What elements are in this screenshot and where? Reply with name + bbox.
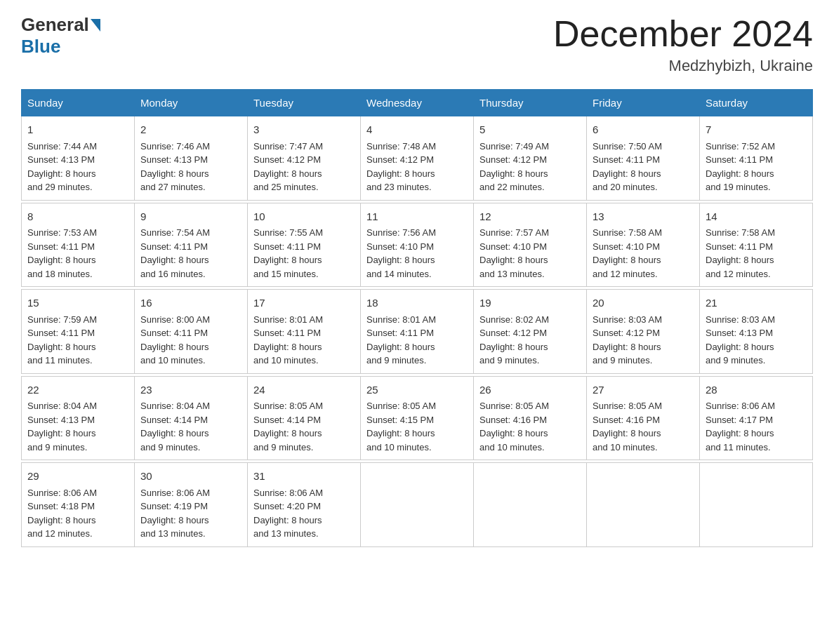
calendar-cell: 10Sunrise: 7:55 AMSunset: 4:11 PMDayligh… — [248, 203, 361, 287]
calendar-cell: 19Sunrise: 8:02 AMSunset: 4:12 PMDayligh… — [474, 290, 587, 374]
logo: General Blue — [21, 14, 102, 58]
day-number: 16 — [140, 295, 241, 311]
calendar-cell: 9Sunrise: 7:54 AMSunset: 4:11 PMDaylight… — [135, 203, 248, 287]
day-number: 5 — [479, 122, 581, 138]
day-number: 27 — [593, 382, 694, 398]
day-info: Sunrise: 7:50 AMSunset: 4:11 PMDaylight:… — [593, 141, 662, 193]
logo-blue-text: Blue — [21, 36, 60, 58]
day-number: 15 — [27, 295, 128, 311]
calendar-cell: 5Sunrise: 7:49 AMSunset: 4:12 PMDaylight… — [474, 116, 587, 201]
day-info: Sunrise: 8:06 AMSunset: 4:20 PMDaylight:… — [253, 488, 323, 539]
day-number: 23 — [140, 382, 241, 398]
calendar-cell: 31Sunrise: 8:06 AMSunset: 4:20 PMDayligh… — [248, 463, 361, 547]
calendar-cell: 26Sunrise: 8:05 AMSunset: 4:16 PMDayligh… — [474, 376, 587, 460]
calendar-cell: 18Sunrise: 8:01 AMSunset: 4:11 PMDayligh… — [361, 290, 474, 374]
calendar-cell: 12Sunrise: 7:57 AMSunset: 4:10 PMDayligh… — [474, 203, 587, 287]
day-number: 6 — [593, 122, 694, 138]
day-number: 9 — [140, 209, 241, 225]
calendar-cell: 4Sunrise: 7:48 AMSunset: 4:12 PMDaylight… — [361, 116, 474, 201]
day-info: Sunrise: 7:52 AMSunset: 4:11 PMDaylight:… — [706, 141, 775, 193]
day-number: 25 — [366, 382, 468, 398]
col-saturday: Saturday — [700, 90, 813, 116]
header-row: Sunday Monday Tuesday Wednesday Thursday… — [22, 90, 813, 116]
day-info: Sunrise: 8:05 AMSunset: 4:15 PMDaylight:… — [366, 401, 436, 452]
title-section: December 2024 Medzhybizh, Ukraine — [553, 14, 813, 75]
day-info: Sunrise: 8:06 AMSunset: 4:19 PMDaylight:… — [140, 488, 210, 539]
day-number: 10 — [253, 209, 355, 225]
day-number: 20 — [593, 295, 694, 311]
day-info: Sunrise: 7:58 AMSunset: 4:11 PMDaylight:… — [706, 227, 775, 279]
day-number: 8 — [27, 209, 128, 225]
day-number: 14 — [706, 209, 807, 225]
day-info: Sunrise: 8:04 AMSunset: 4:14 PMDaylight:… — [140, 401, 210, 452]
day-info: Sunrise: 8:06 AMSunset: 4:18 PMDaylight:… — [27, 488, 97, 539]
calendar-cell: 14Sunrise: 7:58 AMSunset: 4:11 PMDayligh… — [700, 203, 813, 287]
calendar-week-4: 22Sunrise: 8:04 AMSunset: 4:13 PMDayligh… — [22, 376, 813, 460]
day-info: Sunrise: 7:53 AMSunset: 4:11 PMDaylight:… — [27, 227, 97, 279]
day-info: Sunrise: 8:05 AMSunset: 4:16 PMDaylight:… — [593, 401, 662, 452]
day-info: Sunrise: 7:56 AMSunset: 4:10 PMDaylight:… — [366, 227, 436, 279]
day-info: Sunrise: 7:46 AMSunset: 4:13 PMDaylight:… — [140, 141, 210, 193]
calendar-cell — [700, 463, 813, 547]
day-info: Sunrise: 7:47 AMSunset: 4:12 PMDaylight:… — [253, 141, 323, 193]
calendar-cell: 2Sunrise: 7:46 AMSunset: 4:13 PMDaylight… — [135, 116, 248, 201]
day-info: Sunrise: 8:02 AMSunset: 4:12 PMDaylight:… — [479, 314, 549, 366]
calendar-cell: 21Sunrise: 8:03 AMSunset: 4:13 PMDayligh… — [700, 290, 813, 374]
day-info: Sunrise: 7:57 AMSunset: 4:10 PMDaylight:… — [479, 227, 549, 279]
day-number: 1 — [27, 122, 128, 138]
day-number: 24 — [253, 382, 355, 398]
col-friday: Friday — [587, 90, 700, 116]
col-wednesday: Wednesday — [361, 90, 474, 116]
calendar-cell: 20Sunrise: 8:03 AMSunset: 4:12 PMDayligh… — [587, 290, 700, 374]
calendar-cell — [587, 463, 700, 547]
day-number: 30 — [140, 469, 241, 485]
day-info: Sunrise: 8:05 AMSunset: 4:14 PMDaylight:… — [253, 401, 323, 452]
col-tuesday: Tuesday — [248, 90, 361, 116]
day-number: 19 — [479, 295, 581, 311]
day-number: 21 — [706, 295, 807, 311]
calendar-cell: 8Sunrise: 7:53 AMSunset: 4:11 PMDaylight… — [22, 203, 135, 287]
calendar-cell: 25Sunrise: 8:05 AMSunset: 4:15 PMDayligh… — [361, 376, 474, 460]
day-info: Sunrise: 8:05 AMSunset: 4:16 PMDaylight:… — [479, 401, 549, 452]
day-info: Sunrise: 7:48 AMSunset: 4:12 PMDaylight:… — [366, 141, 436, 193]
calendar-cell: 29Sunrise: 8:06 AMSunset: 4:18 PMDayligh… — [22, 463, 135, 547]
calendar-cell: 16Sunrise: 8:00 AMSunset: 4:11 PMDayligh… — [135, 290, 248, 374]
logo-general-text: General — [21, 14, 89, 36]
day-number: 2 — [140, 122, 241, 138]
col-sunday: Sunday — [22, 90, 135, 116]
calendar-cell: 11Sunrise: 7:56 AMSunset: 4:10 PMDayligh… — [361, 203, 474, 287]
calendar-cell: 30Sunrise: 8:06 AMSunset: 4:19 PMDayligh… — [135, 463, 248, 547]
logo-arrow-icon — [91, 19, 100, 32]
day-number: 13 — [593, 209, 694, 225]
day-info: Sunrise: 8:01 AMSunset: 4:11 PMDaylight:… — [366, 314, 436, 366]
calendar-cell: 3Sunrise: 7:47 AMSunset: 4:12 PMDaylight… — [248, 116, 361, 201]
calendar-week-1: 1Sunrise: 7:44 AMSunset: 4:13 PMDaylight… — [22, 116, 813, 201]
calendar-cell — [361, 463, 474, 547]
day-info: Sunrise: 7:55 AMSunset: 4:11 PMDaylight:… — [253, 227, 323, 279]
day-number: 17 — [253, 295, 355, 311]
day-number: 12 — [479, 209, 581, 225]
calendar-table: Sunday Monday Tuesday Wednesday Thursday… — [21, 89, 813, 547]
calendar-week-5: 29Sunrise: 8:06 AMSunset: 4:18 PMDayligh… — [22, 463, 813, 547]
calendar-cell: 13Sunrise: 7:58 AMSunset: 4:10 PMDayligh… — [587, 203, 700, 287]
day-info: Sunrise: 8:01 AMSunset: 4:11 PMDaylight:… — [253, 314, 323, 366]
month-title: December 2024 — [553, 14, 813, 54]
day-info: Sunrise: 7:54 AMSunset: 4:11 PMDaylight:… — [140, 227, 210, 279]
calendar-cell: 24Sunrise: 8:05 AMSunset: 4:14 PMDayligh… — [248, 376, 361, 460]
day-info: Sunrise: 8:03 AMSunset: 4:12 PMDaylight:… — [593, 314, 662, 366]
location: Medzhybizh, Ukraine — [553, 57, 813, 75]
calendar-cell: 22Sunrise: 8:04 AMSunset: 4:13 PMDayligh… — [22, 376, 135, 460]
calendar-cell: 7Sunrise: 7:52 AMSunset: 4:11 PMDaylight… — [700, 116, 813, 201]
calendar-week-3: 15Sunrise: 7:59 AMSunset: 4:11 PMDayligh… — [22, 290, 813, 374]
calendar-cell: 27Sunrise: 8:05 AMSunset: 4:16 PMDayligh… — [587, 376, 700, 460]
day-number: 4 — [366, 122, 468, 138]
col-thursday: Thursday — [474, 90, 587, 116]
col-monday: Monday — [135, 90, 248, 116]
day-number: 3 — [253, 122, 355, 138]
day-info: Sunrise: 8:04 AMSunset: 4:13 PMDaylight:… — [27, 401, 97, 452]
calendar-week-2: 8Sunrise: 7:53 AMSunset: 4:11 PMDaylight… — [22, 203, 813, 287]
day-info: Sunrise: 8:06 AMSunset: 4:17 PMDaylight:… — [706, 401, 775, 452]
day-number: 26 — [479, 382, 581, 398]
calendar-cell: 15Sunrise: 7:59 AMSunset: 4:11 PMDayligh… — [22, 290, 135, 374]
page-header: General Blue December 2024 Medzhybizh, U… — [21, 14, 813, 75]
